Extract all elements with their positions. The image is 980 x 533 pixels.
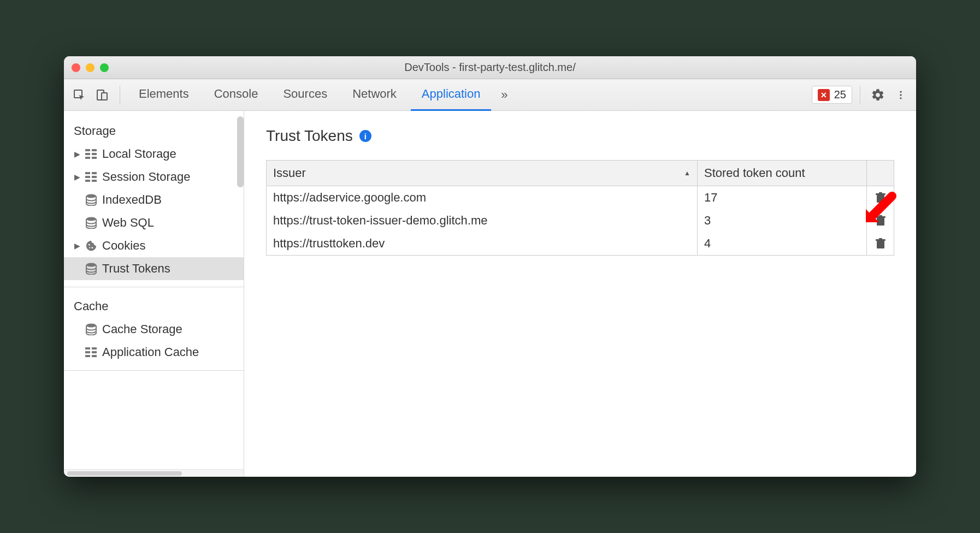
inspect-element-icon[interactable]	[69, 85, 89, 105]
table-icon	[85, 170, 98, 183]
group-cache: Cache	[64, 294, 244, 318]
settings-icon[interactable]	[868, 85, 888, 105]
svg-point-3	[900, 91, 901, 92]
svg-rect-2	[102, 93, 107, 100]
svg-rect-10	[85, 157, 90, 159]
svg-point-20	[88, 244, 90, 246]
sidebar-item-indexeddb[interactable]: IndexedDB	[64, 188, 244, 211]
sidebar-item-label: Application Cache	[102, 345, 199, 359]
table-row[interactable]: https://trust-token-issuer-demo.glitch.m…	[267, 209, 894, 232]
table-icon	[85, 346, 98, 359]
devtools-window: DevTools - first-party-test.glitch.me/ E…	[64, 56, 916, 477]
tab-application[interactable]: Application	[411, 79, 492, 111]
tab-sources[interactable]: Sources	[272, 79, 338, 111]
svg-rect-31	[877, 195, 884, 203]
table-row[interactable]: https://adservice.google.com 17	[267, 186, 894, 210]
pane-title: Trust Tokens	[266, 127, 353, 145]
svg-rect-27	[85, 351, 90, 353]
cell-count: 4	[698, 232, 867, 256]
content-pane: Trust Tokens i Issuer ▲ Stored token cou…	[244, 111, 916, 477]
svg-rect-39	[879, 238, 882, 240]
sidebar-item-session-storage[interactable]: ▶ Session Storage	[64, 165, 244, 188]
window-title: DevTools - first-party-test.glitch.me/	[64, 61, 916, 74]
svg-rect-9	[92, 153, 97, 155]
svg-rect-34	[877, 218, 884, 226]
sort-ascending-icon: ▲	[684, 169, 690, 177]
svg-point-19	[86, 217, 96, 221]
divider	[64, 370, 244, 371]
delete-button[interactable]	[873, 215, 887, 226]
delete-button[interactable]	[873, 238, 887, 249]
svg-rect-33	[879, 192, 882, 194]
database-icon	[85, 262, 98, 275]
svg-rect-30	[92, 355, 97, 357]
sidebar-item-label: IndexedDB	[102, 193, 162, 207]
svg-point-4	[900, 94, 901, 96]
error-count-badge[interactable]: 25	[812, 86, 852, 104]
svg-point-5	[900, 97, 901, 99]
column-header-actions	[867, 161, 894, 186]
column-label: Stored token count	[704, 166, 805, 180]
main: Storage ▶ Local Storage ▶ Session Storag…	[64, 111, 916, 477]
svg-rect-11	[92, 157, 97, 159]
svg-rect-37	[877, 241, 884, 248]
sidebar-item-trust-tokens[interactable]: Trust Tokens	[64, 257, 244, 280]
error-icon	[818, 89, 830, 101]
pane-heading: Trust Tokens i	[266, 127, 894, 145]
delete-button[interactable]	[873, 192, 887, 203]
cell-count: 17	[698, 186, 867, 210]
svg-rect-14	[85, 176, 90, 178]
divider	[120, 86, 120, 104]
column-header-issuer[interactable]: Issuer ▲	[267, 161, 698, 186]
tab-elements[interactable]: Elements	[128, 79, 200, 111]
sidebar-item-application-cache[interactable]: Application Cache	[64, 341, 244, 364]
expand-arrow-icon: ▶	[74, 241, 80, 250]
svg-rect-7	[92, 149, 97, 151]
table-row[interactable]: https://trusttoken.dev 4	[267, 232, 894, 256]
sidebar-scrollbar[interactable]	[237, 119, 244, 187]
svg-point-21	[91, 247, 93, 248]
svg-rect-29	[85, 355, 90, 357]
svg-rect-26	[92, 347, 97, 350]
sidebar-item-cache-storage[interactable]: Cache Storage	[64, 318, 244, 341]
more-tabs-icon[interactable]: »	[494, 85, 514, 105]
tab-console[interactable]: Console	[203, 79, 269, 111]
error-count: 25	[834, 88, 846, 101]
titlebar: DevTools - first-party-test.glitch.me/	[64, 56, 916, 79]
svg-rect-36	[879, 215, 882, 217]
svg-rect-8	[85, 153, 90, 155]
column-label: Issuer	[273, 166, 306, 180]
svg-rect-28	[92, 351, 97, 353]
database-icon	[85, 216, 98, 229]
sidebar-item-label: Cookies	[102, 239, 145, 253]
svg-rect-13	[92, 172, 97, 174]
sidebar-item-websql[interactable]: Web SQL	[64, 211, 244, 234]
cell-issuer: https://adservice.google.com	[267, 186, 698, 210]
svg-rect-15	[92, 176, 97, 178]
svg-point-23	[86, 263, 96, 267]
svg-rect-12	[85, 172, 90, 174]
sidebar-item-label: Trust Tokens	[102, 262, 170, 276]
info-icon[interactable]: i	[359, 130, 371, 142]
database-icon	[85, 323, 98, 336]
svg-rect-6	[85, 149, 90, 151]
sidebar: Storage ▶ Local Storage ▶ Session Storag…	[64, 111, 244, 477]
svg-rect-17	[92, 180, 97, 182]
column-header-count[interactable]: Stored token count	[698, 161, 867, 186]
kebab-menu-icon[interactable]	[891, 85, 911, 105]
divider	[64, 287, 244, 287]
svg-point-22	[89, 247, 90, 248]
trust-tokens-table: Issuer ▲ Stored token count https://adse…	[266, 160, 894, 256]
sidebar-item-label: Session Storage	[102, 170, 190, 184]
svg-rect-16	[85, 180, 90, 182]
svg-point-24	[86, 324, 96, 328]
sidebar-item-cookies[interactable]: ▶ Cookies	[64, 234, 244, 257]
sidebar-horizontal-scrollbar[interactable]	[64, 469, 244, 477]
device-toolbar-icon[interactable]	[92, 85, 112, 105]
expand-arrow-icon: ▶	[74, 173, 80, 181]
sidebar-item-label: Cache Storage	[102, 322, 182, 336]
sidebar-item-local-storage[interactable]: ▶ Local Storage	[64, 143, 244, 165]
cell-count: 3	[698, 209, 867, 232]
tab-network[interactable]: Network	[341, 79, 408, 111]
table-icon	[85, 147, 98, 161]
